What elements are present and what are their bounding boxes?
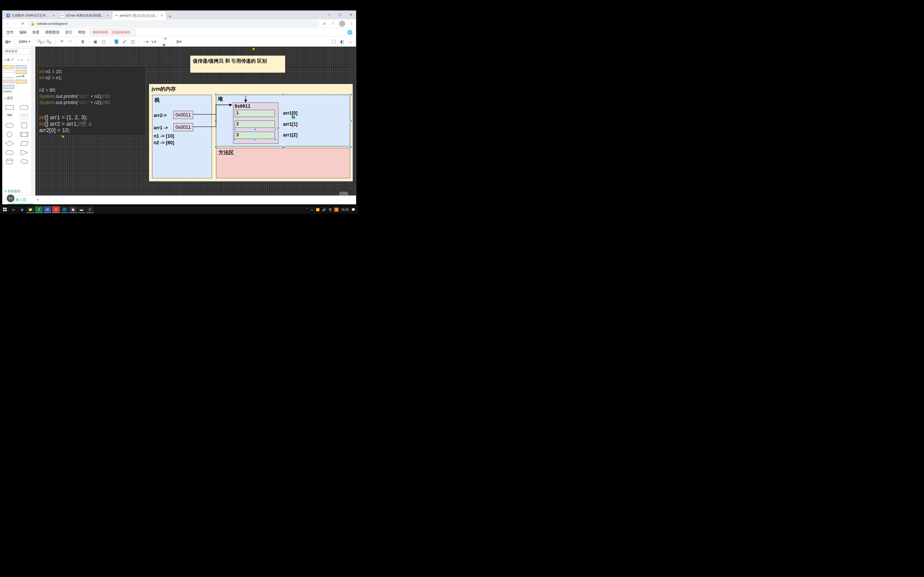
to-front-icon[interactable]: ▣ — [92, 38, 99, 45]
scratch-shape[interactable] — [16, 80, 27, 84]
scratch-shape[interactable] — [3, 65, 14, 69]
code-snippet-box[interactable]: int n1 = 10; int n2 = n1; n2 = 80; Syste… — [38, 66, 146, 135]
ime-lang[interactable]: 英 — [329, 208, 332, 212]
fullscreen-icon[interactable]: ⛶ — [330, 38, 338, 45]
menu-extras[interactable]: 其它 — [63, 29, 75, 36]
shape-cylinder[interactable] — [5, 158, 14, 165]
language-globe-icon[interactable]: 🌐 — [345, 30, 354, 35]
scratch-shape[interactable] — [3, 85, 14, 89]
chrome-icon[interactable]: 🌐 — [61, 206, 68, 213]
window-minimize-icon[interactable]: — — [324, 10, 334, 19]
general-shapes-header[interactable]: ▾ 通用 — [2, 95, 31, 102]
sogou-ime-icon[interactable]: S — [334, 208, 339, 212]
back-icon[interactable]: ← — [4, 21, 10, 27]
shape-text[interactable]: Text — [7, 113, 12, 120]
bookmark-star-icon[interactable]: ☆ — [330, 21, 336, 27]
scratch-shape[interactable] — [3, 70, 14, 73]
shape-triangle[interactable] — [20, 150, 29, 156]
shape-square[interactable] — [20, 122, 29, 129]
menu-edit[interactable]: 编辑 — [17, 29, 29, 36]
zoom-in-icon[interactable]: 🔍+ — [37, 38, 45, 45]
sidebar-scrollbar[interactable] — [32, 47, 36, 195]
tab-1[interactable]: 译 百度翻译-200种语言互译、沟通... × — [4, 11, 58, 19]
shape-rect[interactable] — [5, 104, 14, 111]
scratch-arrow[interactable] — [15, 75, 26, 78]
kebab-menu-icon[interactable]: ⋮ — [348, 21, 354, 27]
reload-icon[interactable]: ⟳ — [20, 21, 26, 27]
start-menu-icon[interactable] — [1, 206, 9, 213]
unsaved-warning[interactable]: 修改未保存。点击此处保存。 — [90, 29, 136, 35]
taskview-icon[interactable]: ▭ — [10, 206, 17, 213]
shadow-icon[interactable]: ◫ — [129, 38, 136, 45]
edit-scratch-icon[interactable]: ✎ — [21, 58, 23, 62]
file-explorer-icon[interactable]: 📁 — [27, 206, 34, 213]
undo-icon[interactable]: ↶ — [58, 38, 66, 45]
shape-circle[interactable] — [5, 131, 14, 138]
format-panel-icon[interactable]: ◧ — [339, 38, 346, 45]
scratch-shape[interactable] — [3, 80, 14, 83]
omnibox[interactable]: 🔒 iodraw.com/diagram/ — [27, 20, 320, 27]
new-tab-button[interactable]: + — [166, 14, 173, 19]
edge-browser-icon[interactable]: ◉ — [18, 206, 26, 213]
ime-floating-badge[interactable]: EN — [7, 195, 15, 202]
shape-hexagon[interactable] — [5, 150, 14, 156]
wifi-icon[interactable]: 📶 — [316, 208, 320, 211]
zoom-out-icon[interactable]: 🔍- — [46, 38, 53, 45]
table-icon[interactable]: ⊞▾ — [175, 38, 183, 45]
line-color-icon[interactable]: 🖊 — [121, 38, 128, 45]
word-icon[interactable]: W — [44, 206, 51, 213]
notifications-icon[interactable]: 💬 — [351, 208, 355, 211]
add-icon[interactable]: ＋▾ — [163, 38, 170, 45]
shape-cloud[interactable] — [20, 158, 29, 165]
profile-avatar-icon[interactable] — [339, 21, 345, 27]
shape-ellipse[interactable] — [5, 122, 14, 129]
zoom-dropdown[interactable]: 100% ▼ — [17, 40, 32, 44]
menu-arrange[interactable]: 调整图形 — [42, 29, 62, 36]
battery-icon[interactable]: ▭ — [310, 208, 313, 211]
shape-parallelogram[interactable] — [20, 140, 29, 147]
scratch-label[interactable]: Ox0011 — [3, 90, 27, 93]
close-tab-icon[interactable]: × — [160, 13, 163, 18]
window-maximize-icon[interactable]: ▢ — [334, 10, 346, 19]
cmd-icon[interactable]: ▬ — [78, 206, 85, 213]
tray-chevron-icon[interactable]: ˄ — [306, 208, 308, 211]
scratch-shape[interactable] — [3, 75, 14, 78]
shape-rounded-rect[interactable] — [20, 104, 29, 111]
jvm-memory-container[interactable]: jvm的内存 栈 arr2-> 0x0011 arr1 -> 0x0011 n1… — [149, 84, 353, 182]
tab-3[interactable]: java运行 (3) (1) (1) (1) (2).iodra... × — [112, 11, 166, 19]
diagram-canvas[interactable]: ▼ int n1 = 10; int n2 = n1; n2 = 80; Sys… — [36, 47, 356, 195]
menu-view[interactable]: 查看 — [30, 29, 42, 36]
menu-file[interactable]: 文件 — [4, 29, 16, 36]
add-page-button[interactable]: + — [34, 196, 42, 204]
close-scratch-icon[interactable]: × — [27, 58, 29, 62]
redo-icon[interactable]: ↷ — [66, 38, 74, 45]
close-tab-icon[interactable]: × — [106, 13, 109, 18]
search-shapes-input[interactable] — [4, 48, 30, 54]
window-close-icon[interactable]: ✕ — [346, 10, 356, 19]
xmind-icon[interactable]: ✕ — [52, 206, 60, 213]
fill-color-icon[interactable]: 🪣 — [113, 38, 120, 45]
collapse-icon[interactable]: ⌄ — [347, 38, 354, 45]
shape-process[interactable] — [20, 131, 29, 138]
connection-icon[interactable]: →▾ — [142, 38, 149, 45]
terminal-icon[interactable]: ▣ — [69, 206, 77, 213]
delete-icon[interactable]: 🗑 — [79, 38, 86, 45]
more-shapes-button[interactable]: + 更多图形… — [2, 187, 31, 195]
tab-2[interactable]: ioDraw 免费在线画流程图、思维... × — [58, 11, 112, 19]
view-mode-icon[interactable]: ▦▾ — [4, 38, 11, 45]
clock-text[interactable]: 16:23 — [341, 208, 349, 211]
excel-icon[interactable]: X — [35, 206, 43, 213]
to-back-icon[interactable]: ▢ — [100, 38, 107, 45]
shape-diamond[interactable] — [5, 140, 14, 147]
menu-help[interactable]: 帮助 — [76, 29, 88, 36]
forward-icon[interactable]: → — [12, 21, 18, 27]
add-scratch-icon[interactable]: + — [18, 58, 19, 62]
waypoint-icon[interactable]: ↳▾ — [150, 38, 157, 45]
scratch-shape[interactable] — [16, 70, 27, 74]
clion-icon[interactable]: C — [86, 206, 94, 213]
title-note-box[interactable]: 值传递/值拷贝 和 引用传递的 区别 — [190, 55, 285, 73]
close-tab-icon[interactable]: × — [52, 13, 55, 18]
volume-icon[interactable]: 🔊 — [322, 208, 326, 211]
shape-textbox[interactable] — [20, 113, 29, 120]
scratchpad-header[interactable]: ▾ 便..? + ✎ × — [2, 56, 31, 64]
